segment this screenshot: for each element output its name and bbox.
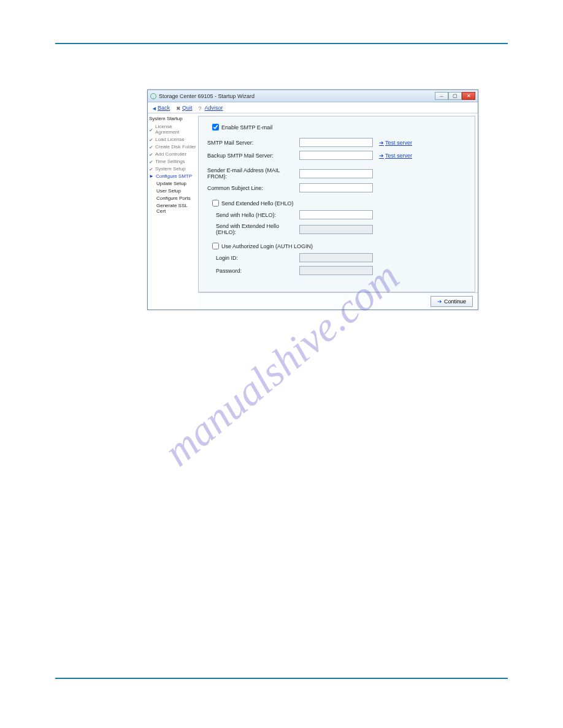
enable-smtp-row: Enable SMTP E-mail [212,124,466,131]
minimize-button[interactable]: – [435,92,448,100]
sender-input[interactable] [299,169,373,178]
enable-smtp-label: Enable SMTP E-mail [221,124,272,131]
login-input[interactable] [299,253,373,262]
backup-server-label: Backup SMTP Mail Server: [207,153,299,159]
check-icon: ✔ [149,152,153,156]
substep-generate-ssl-cert: Generate SSL Cert [156,203,197,214]
substep-update-setup: Update Setup [156,181,197,186]
sidebar-header: System Startup [149,116,197,121]
enable-smtp-checkbox[interactable] [212,124,219,131]
ehlo-label: Send Extended Hello (EHLO) [221,200,294,207]
step-license-agreement: ✔License Agreement [149,124,197,135]
ehlo-row: Send Extended Hello (EHLO) [212,200,466,207]
step-load-license: ✔Load License [149,137,197,142]
step-create-disk-folder: ✔Create Disk Folder [149,144,197,150]
sidebar: System Startup ✔License Agreement ✔Load … [148,113,198,309]
subject-label: Common Subject Line: [207,185,299,191]
toolbar: ◄ Back ✖ Quit ? Advisor [148,102,478,113]
backup-server-input[interactable] [299,151,373,160]
quit-icon: ✖ [176,105,181,110]
app-icon [150,93,156,99]
advisor-link[interactable]: ? Advisor [199,105,223,111]
quit-link[interactable]: ✖ Quit [176,105,193,111]
password-input[interactable] [299,266,373,275]
step-time-settings: ✔Time Settings [149,159,197,164]
login-label: Login ID: [207,255,299,261]
check-icon: ✔ [149,127,153,132]
check-icon: ✔ [149,167,153,171]
password-label: Password: [207,268,299,274]
advisor-icon: ? [199,105,204,110]
ehlo-send-label: Send with Extended Hello (EHLO): [207,223,299,235]
bottom-rule [55,678,508,679]
check-icon: ✔ [149,137,153,142]
maximize-button[interactable]: ▢ [448,92,462,100]
startup-wizard-window: Storage Center 69105 - Startup Wizard – … [147,89,478,310]
advisor-label: Advisor [205,105,223,111]
ehlo-checkbox[interactable] [212,200,219,207]
test-server-link-2[interactable]: ➔Test server [379,153,412,159]
smtp-server-input[interactable] [299,138,373,147]
continue-arrow-icon: ➔ [437,298,442,305]
arrow-icon: ➔ [379,140,384,146]
test-server-link-1[interactable]: ➔Test server [379,140,412,146]
quit-label: Quit [182,105,193,111]
close-button[interactable]: ✕ [462,92,475,100]
window-title: Storage Center 69105 - Startup Wizard [159,93,435,99]
ehlo-send-input[interactable] [299,225,373,234]
back-arrow-icon: ◄ [151,105,156,110]
step-add-controller: ✔Add Controller [149,151,197,157]
window-controls: – ▢ ✕ [435,92,475,100]
back-link[interactable]: ◄ Back [151,105,170,111]
check-icon: ✔ [149,145,153,149]
smtp-server-label: SMTP Mail Server: [207,140,299,146]
check-icon: ✔ [149,159,153,164]
auth-checkbox[interactable] [212,243,219,249]
continue-button[interactable]: ➔ Continue [431,296,473,307]
wizard-footer: ➔ Continue [198,292,478,309]
top-rule [55,43,508,44]
subject-input[interactable] [299,183,373,192]
sender-label: Sender E-mail Address (MAIL FROM): [207,167,299,180]
continue-label: Continue [444,298,466,305]
auth-label: Use Authorized Login (AUTH LOGIN) [221,243,313,249]
substep-configure-ports: Configure Ports [156,195,197,201]
helo-label: Send with Hello (HELO): [207,212,299,218]
smtp-form-panel: Enable SMTP E-mail SMTP Mail Server: ➔Te… [198,116,475,292]
auth-row: Use Authorized Login (AUTH LOGIN) [212,243,466,249]
step-configure-smtp: ►Configure SMTP [149,173,197,179]
titlebar: Storage Center 69105 - Startup Wizard – … [148,90,478,102]
substep-user-setup: User Setup [156,188,197,194]
step-system-setup: ✔System Setup [149,166,197,172]
helo-input[interactable] [299,210,373,219]
back-label: Back [158,105,170,111]
arrow-icon: ► [149,173,154,179]
arrow-icon: ➔ [379,153,384,159]
